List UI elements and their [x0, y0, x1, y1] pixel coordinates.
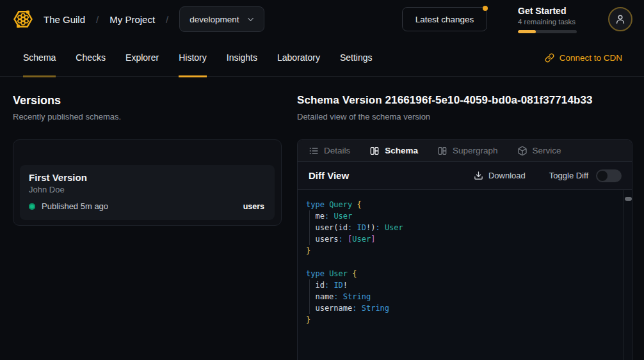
versions-title: Versions [13, 94, 294, 107]
get-started-progressbar [518, 30, 577, 33]
code-line: user(id: ID!): User [306, 222, 623, 233]
get-started-progress-fill [518, 30, 536, 33]
breadcrumb-separator: / [166, 14, 168, 25]
diff-view-title: Diff View [309, 170, 349, 181]
versions-panel: Versions Recently published schemas. Fir… [0, 77, 294, 121]
toggle-diff-switch[interactable] [596, 169, 622, 182]
schema-code-viewer: type Query { me: User user(id: ID!): Use… [298, 190, 632, 360]
detail-tab-service[interactable]: Service [517, 146, 561, 156]
tab-history[interactable]: History [179, 38, 207, 77]
schema-version-subtitle: Detailed view of the schema version [297, 112, 632, 121]
breadcrumb-separator: / [96, 14, 99, 25]
breadcrumb: The Guild / My Project / development [44, 0, 264, 38]
code-scrollbar-thumb[interactable] [625, 197, 632, 201]
code-line: users: [User] [306, 233, 623, 245]
tab-checks[interactable]: Checks [76, 38, 106, 77]
breadcrumb-org[interactable]: The Guild [44, 14, 85, 25]
box-icon [517, 146, 527, 156]
latest-changes-label: Latest changes [415, 15, 474, 24]
download-button[interactable]: Download [474, 171, 526, 180]
header-actions: Latest changes Get Started 4 remaining t… [402, 0, 644, 38]
published-status-text: Published 5m ago [42, 201, 108, 211]
code-line: username: String [306, 302, 623, 314]
code-scrollbar [624, 190, 632, 360]
version-author: John Doe [29, 185, 264, 194]
code-line: type User { [306, 268, 623, 279]
target-nav-tabs: Schema Checks Explorer History Insights … [23, 38, 373, 77]
toggle-diff-label: Toggle Diff [549, 171, 588, 180]
tab-explorer[interactable]: Explorer [125, 38, 159, 77]
tab-insights[interactable]: Insights [227, 38, 257, 77]
code-line: type Query { [306, 199, 623, 210]
get-started-widget[interactable]: Get Started 4 remaining tasks [518, 6, 577, 33]
target-select-value: development [189, 15, 239, 24]
connect-to-cdn-label: Connect to CDN [559, 53, 622, 63]
detail-tabs: Details Schema Supergraph [298, 140, 632, 162]
version-title: First Version [29, 172, 264, 183]
tab-laboratory[interactable]: Laboratory [277, 38, 320, 77]
columns-icon [437, 146, 447, 156]
version-list-item[interactable]: First Version John Doe Published 5m ago … [20, 165, 275, 220]
versions-subtitle: Recently published schemas. [13, 112, 294, 121]
latest-changes-button[interactable]: Latest changes [402, 7, 487, 31]
version-detail-panel: Schema Version 2166196f-5e10-4059-bd0a-0… [297, 77, 632, 121]
tab-schema[interactable]: Schema [23, 38, 56, 77]
code-line: me: User [306, 210, 623, 222]
switch-knob [597, 171, 608, 181]
list-icon [309, 146, 319, 156]
target-select[interactable]: development [179, 6, 264, 32]
notification-dot [483, 6, 488, 11]
link-icon [545, 53, 554, 63]
chevron-down-icon [246, 15, 255, 24]
published-status-dot [29, 203, 35, 210]
app-window: The Guild / My Project / development Lat… [0, 0, 644, 360]
breadcrumb-project[interactable]: My Project [109, 14, 155, 25]
detail-tab-details[interactable]: Details [309, 146, 350, 156]
version-status-row: Published 5m ago users [29, 201, 264, 211]
versions-list-card: First Version John Doe Published 5m ago … [13, 139, 282, 226]
detail-tab-supergraph[interactable]: Supergraph [437, 146, 498, 156]
get-started-subtitle: 4 remaining tasks [518, 17, 577, 27]
diff-toolbar: Diff View Download Toggle Diff [298, 162, 632, 190]
connect-to-cdn-button[interactable]: Connect to CDN [545, 38, 622, 77]
hive-logo-icon[interactable] [10, 6, 36, 32]
indent-guide [309, 210, 310, 245]
target-nav: Schema Checks Explorer History Insights … [0, 38, 644, 77]
version-detail-box: Details Schema Supergraph [297, 139, 632, 360]
detail-tab-schema[interactable]: Schema [369, 146, 418, 156]
service-badge: users [243, 202, 264, 211]
schema-version-title: Schema Version 2166196f-5e10-4059-bd0a-0… [297, 94, 632, 107]
user-menu-button[interactable] [608, 7, 632, 31]
tab-settings[interactable]: Settings [340, 38, 373, 77]
user-icon [614, 13, 627, 26]
app-header: The Guild / My Project / development Lat… [0, 0, 644, 38]
toggle-diff-control: Toggle Diff [549, 169, 622, 182]
get-started-title: Get Started [518, 6, 577, 17]
code-lines: type Query { me: User user(id: ID!): Use… [306, 199, 623, 325]
code-line [306, 256, 623, 268]
download-icon [474, 171, 483, 180]
code-line: id: ID! [306, 279, 623, 291]
indent-guide [309, 279, 310, 314]
code-line: } [306, 314, 623, 325]
download-label: Download [488, 171, 526, 180]
columns-icon [369, 146, 380, 156]
code-line: } [306, 245, 623, 256]
code-line: name: String [306, 291, 623, 302]
